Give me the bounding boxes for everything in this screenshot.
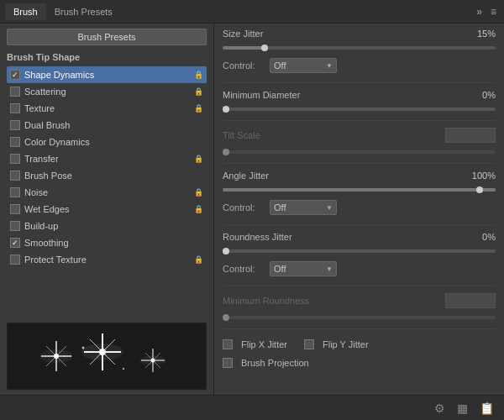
checkbox-noise[interactable] [10, 187, 20, 197]
checkbox-brush-projection[interactable] [223, 358, 233, 368]
control3-value: Off [274, 264, 286, 274]
brush-item-wet-edges[interactable]: Wet Edges 🔒 [7, 201, 207, 218]
checkbox-dual-brush[interactable] [10, 120, 20, 130]
expand-icon[interactable]: » [474, 4, 485, 19]
brush-item-scattering[interactable]: Scattering 🔒 [7, 83, 207, 100]
min-diameter-label: Minimum Diameter [223, 90, 323, 100]
roundness-jitter-value: 0% [466, 232, 496, 242]
size-jitter-value: 15% [466, 29, 496, 39]
checkbox-smoothing[interactable] [10, 238, 20, 248]
angle-jitter-row: Angle Jitter 100% [223, 171, 496, 181]
angle-jitter-fill [223, 188, 496, 192]
tilt-scale-row: Tilt Scale [223, 128, 496, 143]
control3-row: Control: Off ▼ [223, 261, 496, 276]
tilt-scale-thumb[interactable] [223, 149, 229, 155]
divider2 [223, 120, 496, 121]
angle-jitter-slider[interactable] [223, 188, 496, 192]
checkbox-transfer[interactable] [10, 154, 20, 164]
tab-brush[interactable]: Brush [5, 3, 46, 20]
left-panel: Brush Presets Brush Tip Shape Shape Dyna… [0, 24, 214, 395]
checkbox-scattering[interactable] [10, 87, 20, 97]
divider4 [223, 224, 496, 225]
control2-label: Control: [223, 202, 265, 213]
link-icon[interactable]: ⚙ [431, 400, 449, 417]
divider3 [223, 163, 496, 164]
checkbox-color-dynamics[interactable] [10, 137, 20, 147]
bottom-bar: ⚙ ▦ 📋 [0, 395, 504, 420]
label-noise: Noise [24, 187, 194, 197]
brush-item-color-dynamics[interactable]: Color Dynamics [7, 134, 207, 150]
control1-row: Control: Off ▼ [223, 58, 496, 73]
label-wet-edges: Wet Edges [24, 204, 194, 214]
tilt-scale-field[interactable] [445, 128, 496, 143]
menu-icon[interactable]: ≡ [488, 4, 499, 19]
brush-item-protect-texture[interactable]: Protect Texture 🔒 [7, 251, 207, 268]
checkbox-wet-edges[interactable] [10, 204, 20, 214]
angle-jitter-label: Angle Jitter [223, 171, 323, 181]
checkbox-shape-dynamics[interactable] [10, 70, 20, 80]
brush-presets-button[interactable]: Brush Presets [7, 29, 207, 45]
min-roundness-slider[interactable] [223, 316, 496, 319]
flip-y-item[interactable]: Flip Y Jitter [304, 339, 369, 349]
control2-arrow: ▼ [326, 204, 333, 212]
min-roundness-thumb[interactable] [223, 314, 229, 321]
control3-arrow: ▼ [326, 265, 333, 273]
flip-row: Flip X Jitter Flip Y Jitter [223, 339, 496, 349]
brush-item-brush-pose[interactable]: Brush Pose [7, 167, 207, 184]
roundness-jitter-slider[interactable] [223, 249, 496, 253]
flip-x-item[interactable]: Flip X Jitter [223, 339, 287, 349]
main-content: Brush Presets Brush Tip Shape Shape Dyna… [0, 24, 504, 395]
brush-item-texture[interactable]: Texture 🔒 [7, 100, 207, 117]
brush-preview [7, 323, 207, 390]
svg-point-18 [81, 344, 123, 360]
roundness-jitter-thumb[interactable] [223, 248, 229, 255]
grid-icon[interactable]: ▦ [454, 400, 471, 417]
control2-select[interactable]: Off ▼ [270, 200, 337, 215]
label-buildup: Build-up [24, 221, 203, 231]
svg-point-19 [139, 355, 166, 365]
control1-label: Control: [223, 60, 265, 71]
checkbox-flip-y[interactable] [304, 339, 314, 349]
brush-projection-item[interactable]: Brush Projection [223, 358, 496, 368]
list-icon[interactable]: 📋 [476, 400, 497, 417]
tilt-scale-slider[interactable] [223, 150, 496, 154]
checkbox-brush-pose[interactable] [10, 171, 20, 181]
tab-icons: » ≡ [474, 4, 499, 19]
label-protect-texture: Protect Texture [24, 255, 194, 265]
control1-select[interactable]: Off ▼ [270, 58, 337, 73]
size-jitter-slider[interactable] [223, 46, 496, 50]
min-diameter-row: Minimum Diameter 0% [223, 90, 496, 100]
min-roundness-label: Minimum Roundness [223, 296, 309, 306]
brush-item-buildup[interactable]: Build-up [7, 218, 207, 234]
brush-item-smoothing[interactable]: Smoothing [7, 234, 207, 251]
svg-point-16 [123, 368, 124, 370]
lock-icon-texture: 🔒 [194, 104, 203, 113]
checkbox-texture[interactable] [10, 103, 20, 113]
label-transfer: Transfer [24, 154, 194, 164]
lock-icon-shape-dynamics: 🔒 [194, 71, 203, 79]
brush-item-shape-dynamics[interactable]: Shape Dynamics 🔒 [7, 66, 207, 83]
angle-jitter-thumb[interactable] [476, 186, 483, 193]
tilt-scale-label: Tilt Scale [223, 130, 260, 140]
divider1 [223, 82, 496, 83]
tab-brush-presets[interactable]: Brush Presets [46, 3, 121, 20]
label-shape-dynamics: Shape Dynamics [24, 70, 194, 80]
brush-item-noise[interactable]: Noise 🔒 [7, 184, 207, 201]
min-roundness-field[interactable] [445, 293, 496, 308]
size-jitter-thumb[interactable] [261, 45, 268, 51]
brush-tip-shape-title: Brush Tip Shape [7, 52, 207, 62]
svg-point-17 [39, 349, 73, 363]
label-dual-brush: Dual Brush [24, 120, 203, 130]
lock-icon-scattering: 🔒 [194, 87, 203, 96]
checkbox-buildup[interactable] [10, 221, 20, 231]
min-diameter-thumb[interactable] [223, 106, 229, 113]
divider5 [223, 286, 496, 286]
brush-item-dual-brush[interactable]: Dual Brush [7, 117, 207, 134]
brush-item-transfer[interactable]: Transfer 🔒 [7, 150, 207, 167]
checkbox-flip-x[interactable] [223, 339, 233, 349]
control3-select[interactable]: Off ▼ [270, 261, 337, 276]
lock-icon-protect-texture: 🔒 [194, 255, 203, 264]
checkbox-protect-texture[interactable] [10, 255, 20, 265]
roundness-jitter-row: Roundness Jitter 0% [223, 232, 496, 242]
min-diameter-slider[interactable] [223, 108, 496, 111]
